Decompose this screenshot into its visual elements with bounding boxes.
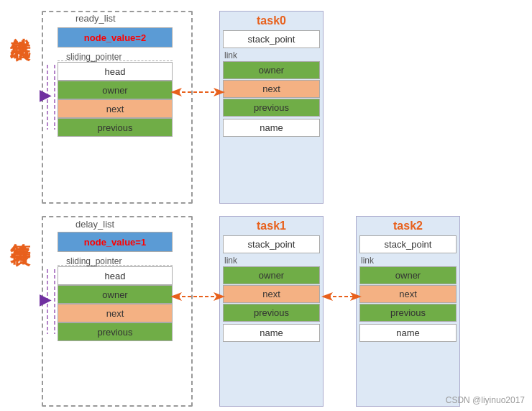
- purple-arrow-top: ▶: [40, 86, 50, 104]
- task1-title: task1: [223, 220, 320, 232]
- next-cell-top: next: [58, 99, 173, 118]
- task0-name: name: [223, 119, 320, 137]
- node-value-top: node_value=2: [58, 27, 173, 48]
- node-value-bottom: node_value=1: [58, 232, 173, 252]
- task2-box: task2 stack_point link owner next previo…: [356, 216, 460, 407]
- stack-point-2: stack_point: [359, 235, 457, 253]
- task2-title: task2: [359, 220, 457, 232]
- task0-title: task0: [223, 14, 320, 27]
- diagram: 就绪表 ready_list node_value=2 sliding_poin…: [0, 0, 532, 411]
- stack-point-0: stack_point: [223, 30, 320, 48]
- task2-next: next: [359, 285, 457, 303]
- task0-box: task0 stack_point link owner next previo…: [219, 11, 324, 204]
- task1-name: name: [223, 324, 320, 342]
- zh-label-top: 就绪表: [6, 22, 33, 26]
- link-label-2: link: [361, 256, 457, 266]
- previous-cell-top: previous: [58, 118, 173, 137]
- zh-label-bottom: 等待表: [6, 227, 33, 231]
- task1-owner: owner: [223, 266, 320, 284]
- stack-point-1: stack_point: [223, 235, 320, 253]
- previous-cell-bottom: previous: [58, 322, 173, 341]
- owner-cell-top: owner: [58, 81, 173, 99]
- task0-owner: owner: [223, 61, 320, 79]
- task1-previous: previous: [223, 304, 320, 322]
- sliding-pointer-line-top: [58, 60, 173, 61]
- arrow-bottom-link2: [324, 289, 359, 304]
- next-cell-bottom: next: [58, 304, 173, 322]
- head-cell-top: head: [58, 62, 173, 81]
- sliding-pointer-line-bottom: [58, 265, 173, 266]
- owner-cell-bottom: owner: [58, 285, 173, 304]
- watermark: CSDN @liyinuo2017: [446, 395, 525, 405]
- task1-next: next: [223, 285, 320, 303]
- link-label-0: link: [224, 50, 320, 60]
- task2-name: name: [359, 324, 457, 342]
- delay-list-label: delay_list: [75, 219, 114, 230]
- task2-owner: owner: [359, 266, 457, 284]
- task2-previous: previous: [359, 304, 457, 322]
- link-label-1: link: [224, 256, 320, 266]
- task0-next: next: [223, 80, 320, 98]
- task1-box: task1 stack_point link owner next previo…: [219, 216, 324, 407]
- ready-list-label: ready_list: [75, 13, 116, 24]
- task0-previous: previous: [223, 99, 320, 117]
- head-cell-bottom: head: [58, 266, 173, 285]
- purple-arrow-bottom: ▶: [40, 291, 50, 308]
